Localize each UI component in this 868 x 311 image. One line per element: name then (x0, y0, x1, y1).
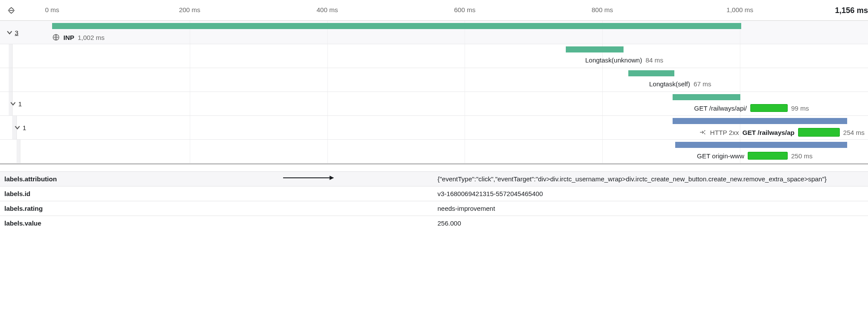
span-duration: 67 ms (693, 80, 711, 88)
span-name: Longtask(self) (649, 80, 690, 88)
child-count[interactable]: 3 (15, 29, 18, 36)
span-name: GET /railways/ap (743, 129, 795, 136)
details-table: labels.attribution {"eventType":"click",… (0, 171, 868, 230)
detail-key: labels.id (4, 190, 431, 197)
span-row-get-railways-api[interactable]: 1 GET /railways/api/ 99 ms (0, 92, 868, 116)
span-name: GET origin-www (697, 152, 744, 160)
chevron-down-icon[interactable] (10, 100, 17, 107)
redacted-segment (798, 128, 840, 137)
timeline-tick: 1,000 ms (726, 6, 753, 13)
span-bar[interactable] (673, 94, 741, 100)
detail-key: labels.rating (4, 205, 431, 212)
detail-value: 256.000 (438, 219, 864, 227)
detail-row: labels.rating needs-improvement (0, 201, 868, 216)
child-count: 1 (23, 124, 26, 131)
span-duration: 254 ms (843, 129, 865, 136)
detail-value: v3-1680069421315-5572045465400 (438, 190, 864, 197)
http-status: HTTP 2xx (710, 129, 739, 136)
chevron-down-icon[interactable] (14, 124, 21, 131)
arrow-annotation (283, 177, 333, 178)
span-row-http-get-railways-ap[interactable]: 1 HTTP 2xx GET /railways/ap 254 ms (0, 116, 868, 140)
chevron-down-icon[interactable] (6, 29, 13, 36)
redacted-segment (750, 104, 788, 112)
span-rows: 3 INP 1,002 ms Longtask(unknown) 84 ms (0, 21, 868, 164)
span-duration: 1,002 ms (78, 34, 105, 41)
span-duration: 84 ms (646, 56, 663, 64)
timeline-ruler: 1,156 ms 0 ms200 ms400 ms600 ms800 ms1,0… (0, 0, 868, 21)
detail-value: {"eventType":"click","eventTarget":"div>… (438, 175, 864, 183)
timeline-total-label: 1,156 ms (835, 6, 868, 15)
timeline-tick: 400 ms (317, 6, 338, 13)
collapse-all-icon[interactable] (7, 6, 16, 15)
span-bar[interactable] (673, 118, 847, 124)
detail-row: labels.value 256.000 (0, 216, 868, 230)
redacted-segment (748, 152, 788, 160)
timeline-tick: 0 ms (45, 6, 59, 13)
span-name: GET /railways/api/ (694, 105, 747, 112)
detail-key: labels.attribution (4, 175, 431, 183)
detail-value: needs-improvement (438, 205, 864, 212)
span-name: INP (63, 34, 74, 41)
span-name: Longtask(unknown) (585, 56, 642, 64)
span-duration: 99 ms (791, 105, 809, 112)
span-meta: INP 1,002 ms (52, 33, 105, 41)
span-row-inp[interactable]: 3 INP 1,002 ms (0, 21, 868, 44)
timeline-tick: 200 ms (179, 6, 200, 13)
span-bar[interactable] (675, 142, 847, 148)
span-row-longtask-self[interactable]: Longtask(self) 67 ms (0, 68, 868, 92)
timeline-tick: 800 ms (592, 6, 613, 13)
span-duration: 250 ms (791, 152, 812, 160)
detail-key: labels.value (4, 219, 431, 227)
incoming-request-icon (699, 128, 706, 136)
span-row-longtask-unknown[interactable]: Longtask(unknown) 84 ms (0, 44, 868, 68)
span-bar[interactable] (566, 46, 624, 52)
timeline-tick: 600 ms (454, 6, 475, 13)
span-bar[interactable] (52, 23, 741, 29)
span-bar[interactable] (628, 70, 674, 76)
span-row-get-origin-www[interactable]: GET origin-www 250 ms (0, 140, 868, 164)
globe-icon (52, 33, 60, 41)
http-meta: HTTP 2xx (699, 128, 739, 136)
detail-row: labels.id v3-1680069421315-5572045465400 (0, 186, 868, 201)
child-count: 1 (18, 100, 22, 108)
detail-row: labels.attribution {"eventType":"click",… (0, 171, 868, 186)
